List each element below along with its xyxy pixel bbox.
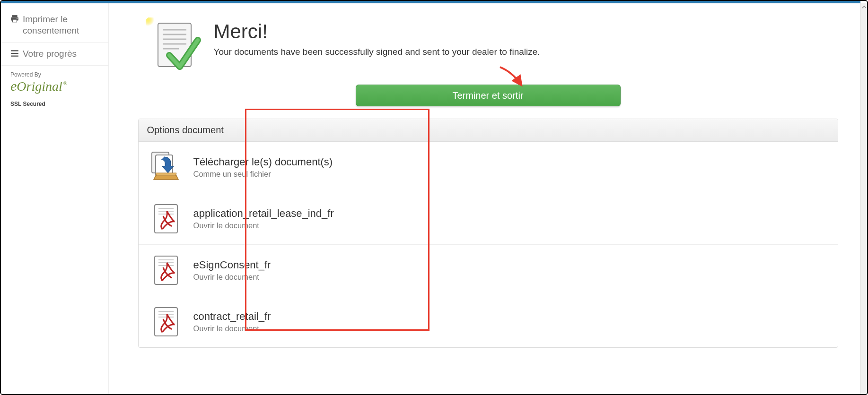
- sidebar: Imprimer le consentement Votre progrès P…: [1, 3, 109, 394]
- document-row-0[interactable]: application_retail_lease_ind_fr Ouvrir l…: [139, 193, 838, 245]
- svg-rect-6: [11, 55, 18, 56]
- finish-exit-label: Terminer et sortir: [452, 90, 523, 101]
- document-check-icon: [146, 17, 202, 74]
- sidebar-item-progress[interactable]: Votre progrès: [1, 43, 108, 66]
- download-box-icon: [149, 150, 183, 184]
- powered-by-label: Powered By: [10, 71, 99, 78]
- sidebar-item-label: Imprimer le consentement: [23, 14, 99, 36]
- pdf-icon: [149, 305, 183, 339]
- pdf-icon: [149, 202, 183, 236]
- finish-exit-button[interactable]: Terminer et sortir: [356, 85, 621, 106]
- svg-rect-2: [13, 19, 17, 22]
- page-title: Merci!: [214, 20, 540, 43]
- document-row-sub: Ouvrir le document: [193, 273, 271, 282]
- document-row-1[interactable]: eSignConsent_fr Ouvrir le document: [139, 245, 838, 296]
- document-options-panel: Options document Tél: [138, 119, 838, 348]
- download-all-title: Télécharger le(s) document(s): [193, 156, 333, 168]
- document-options-header: Options document: [139, 119, 838, 142]
- ssl-secured-label: SSL Secured: [1, 95, 108, 113]
- document-row-sub: Ouvrir le document: [193, 221, 334, 230]
- page-subtitle: Your documents have been successfully si…: [214, 47, 540, 57]
- printer-icon: [10, 15, 19, 25]
- download-all-row[interactable]: Télécharger le(s) document(s) Comme un s…: [139, 142, 838, 193]
- svg-rect-4: [11, 50, 18, 51]
- powered-by-block: Powered By eOriginal®: [1, 66, 108, 95]
- top-blue-bar: [1, 1, 860, 3]
- document-row-title: eSignConsent_fr: [193, 259, 271, 271]
- svg-point-3: [17, 18, 18, 19]
- svg-rect-5: [11, 52, 18, 53]
- eoriginal-logo: eOriginal®: [10, 79, 99, 93]
- document-row-title: contract_retail_fr: [193, 310, 271, 323]
- main-content: Merci! Your documents have been successf…: [109, 3, 867, 394]
- sidebar-item-label: Votre progrès: [23, 48, 77, 60]
- scrollbar-up-arrow-icon[interactable]: [861, 4, 867, 10]
- document-row-title: application_retail_lease_ind_fr: [193, 207, 334, 220]
- sidebar-item-print-consent[interactable]: Imprimer le consentement: [1, 8, 108, 43]
- download-all-sub: Comme un seul fichier: [193, 170, 333, 179]
- annotation-arrow: [498, 65, 526, 90]
- svg-rect-0: [12, 15, 17, 17]
- list-icon: [10, 49, 19, 60]
- pdf-icon: [149, 253, 183, 287]
- vertical-scrollbar[interactable]: [860, 3, 867, 394]
- document-row-sub: Ouvrir le document: [193, 324, 271, 333]
- document-row-2[interactable]: contract_retail_fr Ouvrir le document: [139, 296, 838, 347]
- success-header: Merci! Your documents have been successf…: [138, 17, 838, 74]
